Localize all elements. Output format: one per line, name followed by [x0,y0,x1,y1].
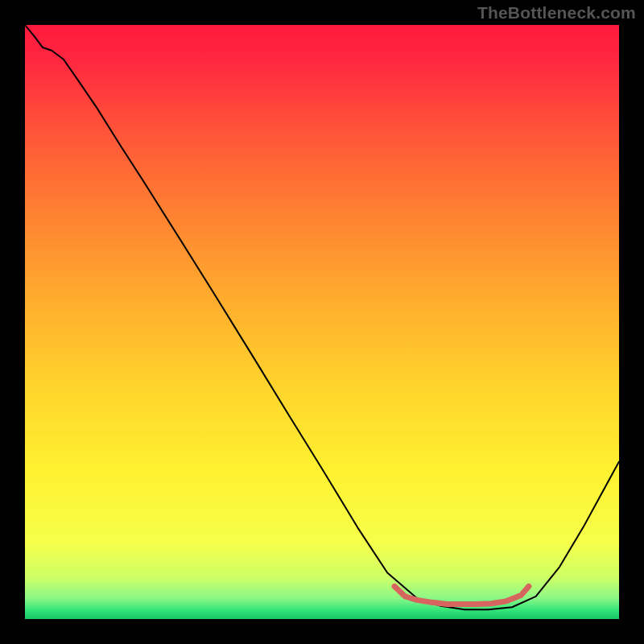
chart-svg [25,25,619,619]
chart-container: TheBottleneck.com [0,0,644,644]
watermark-text: TheBottleneck.com [477,3,636,23]
chart-plot-area [25,25,619,619]
gradient-background [25,25,619,619]
